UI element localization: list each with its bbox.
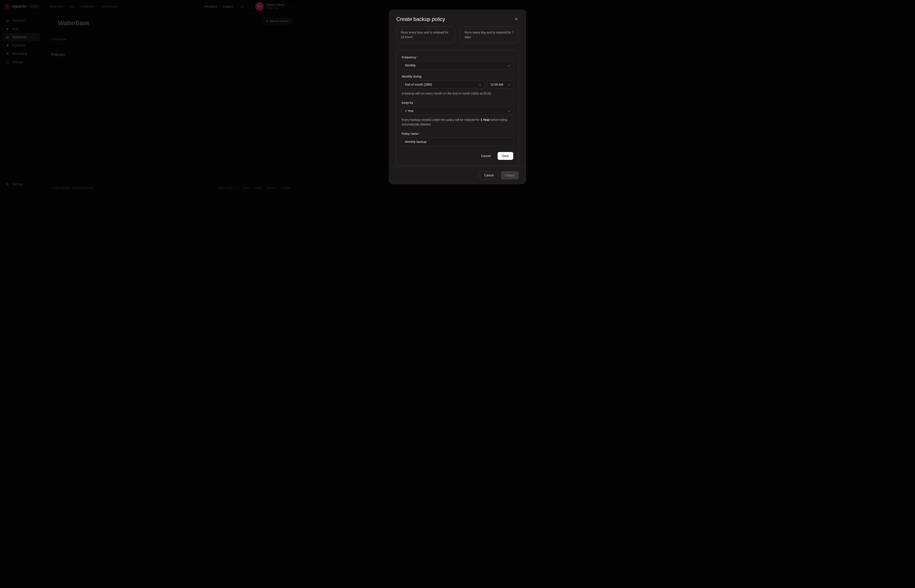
modal-overlay[interactable]: Create backup policy ✕ Runs every hour a… <box>0 0 299 192</box>
